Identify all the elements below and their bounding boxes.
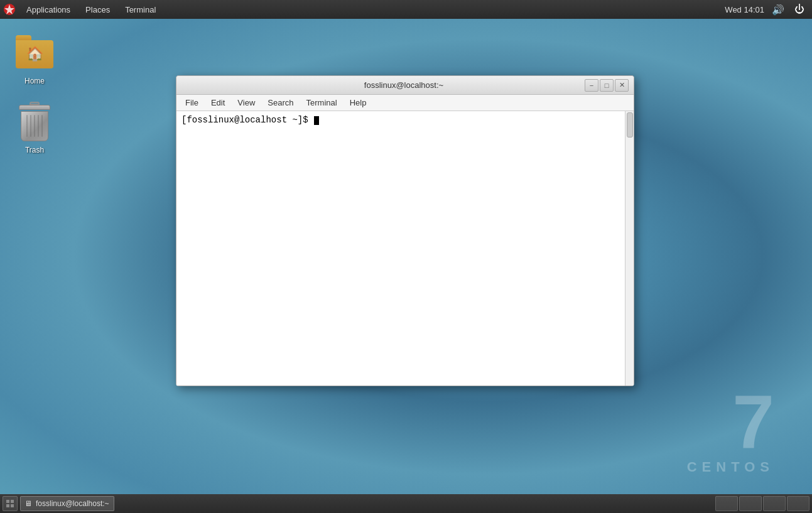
terminal-prompt-line: [fosslinux@localhost ~]$ (181, 115, 629, 125)
taskbar-right-btn-2[interactable] (739, 496, 762, 511)
trash-icon-label: Trash (25, 146, 44, 154)
trash-lines (26, 115, 43, 137)
panel-terminal-menu[interactable]: Terminal (117, 0, 163, 19)
trash-line-3 (34, 115, 35, 137)
svg-rect-4 (11, 504, 14, 507)
panel-places-menu[interactable]: Places (78, 0, 117, 19)
terminal-scrollbar[interactable] (625, 111, 634, 386)
terminal-titlebar[interactable]: fosslinux@localhost:~ − □ ✕ (176, 76, 634, 95)
term-help-menu[interactable]: Help (344, 95, 373, 111)
taskbar-right (715, 496, 812, 511)
minimize-button[interactable]: − (585, 79, 598, 92)
panel-right: Wed 14:01 🔊 ⏻ (725, 4, 812, 16)
terminal-title: fosslinux@localhost:~ (223, 80, 585, 90)
taskbar-terminal-window-btn[interactable]: 🖥 fosslinux@localhost:~ (20, 496, 114, 511)
svg-rect-2 (11, 500, 14, 503)
taskbar-right-btn-1[interactable] (715, 496, 738, 511)
taskbar: 🖥 fosslinux@localhost:~ (0, 494, 812, 513)
trash-body (21, 111, 48, 141)
trash-line-5 (41, 115, 43, 137)
trash-icon[interactable]: Trash (6, 100, 63, 157)
taskbar-desktop-btn[interactable] (3, 496, 18, 511)
folder-body: 🏠 (16, 40, 53, 68)
term-search-menu[interactable]: Search (261, 95, 300, 111)
desktop: Applications Places Terminal Wed 14:01 🔊… (0, 0, 812, 513)
panel-logo[interactable] (0, 0, 19, 19)
home-icon[interactable]: 🏠 Home (6, 31, 63, 88)
term-edit-menu[interactable]: Edit (205, 95, 231, 111)
term-view-menu[interactable]: View (231, 95, 261, 111)
desktop-icons-container: 🏠 Home (0, 25, 69, 176)
folder-tab (16, 35, 31, 40)
taskbar-left: 🖥 fosslinux@localhost:~ (0, 496, 114, 511)
panel-left: Applications Places Terminal (0, 0, 163, 19)
home-folder-image: 🏠 (14, 34, 55, 74)
trash-can-graphic (19, 105, 50, 141)
trash-line-2 (30, 115, 31, 137)
centos-brand-text: CENTOS (687, 459, 774, 475)
trash-line-4 (38, 115, 39, 137)
trash-line-1 (26, 115, 28, 137)
centos-version-number: 7 (687, 384, 774, 459)
terminal-prompt: [fosslinux@localhost ~]$ (181, 115, 308, 125)
home-folder-graphic: 🏠 (16, 40, 53, 68)
house-symbol: 🏠 (26, 46, 43, 62)
close-button[interactable]: ✕ (615, 79, 629, 92)
window-controls: − □ ✕ (585, 79, 629, 92)
power-icon[interactable]: ⏻ (792, 4, 807, 15)
svg-rect-1 (6, 500, 9, 503)
svg-rect-3 (6, 504, 9, 507)
taskbar-right-btn-3[interactable] (763, 496, 786, 511)
trash-lid (19, 105, 50, 110)
terminal-menubar: File Edit View Search Terminal Help (176, 95, 634, 111)
terminal-content[interactable]: [fosslinux@localhost ~]$ (176, 111, 634, 386)
maximize-button[interactable]: □ (600, 79, 614, 92)
term-terminal-menu[interactable]: Terminal (300, 95, 344, 111)
home-icon-label: Home (24, 77, 45, 85)
volume-icon[interactable]: 🔊 (769, 4, 787, 16)
panel-clock: Wed 14:01 (725, 5, 764, 14)
scrollbar-thumb (627, 112, 633, 138)
term-file-menu[interactable]: File (179, 95, 205, 111)
taskbar-terminal-icon: 🖥 (24, 499, 32, 508)
centos-watermark: 7 CENTOS (687, 384, 774, 475)
panel-applications-menu[interactable]: Applications (19, 0, 78, 19)
trash-image (14, 103, 55, 143)
terminal-window: fosslinux@localhost:~ − □ ✕ File Edit Vi… (176, 75, 634, 386)
taskbar-window-label: fosslinux@localhost:~ (36, 499, 109, 508)
terminal-cursor (314, 116, 319, 125)
top-panel: Applications Places Terminal Wed 14:01 🔊… (0, 0, 812, 19)
taskbar-right-btn-4[interactable] (787, 496, 809, 511)
